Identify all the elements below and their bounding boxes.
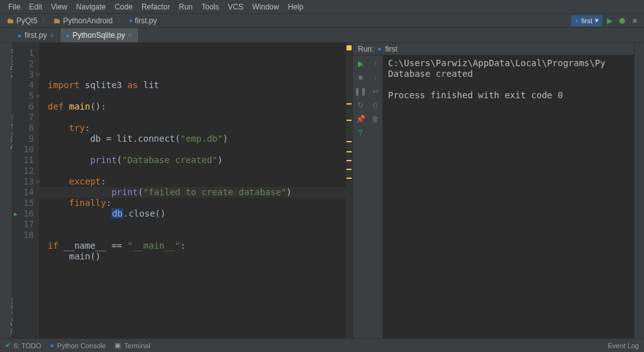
breadcrumb-file[interactable]: ● first.py — [126, 16, 160, 25]
python-file-icon: ● — [65, 32, 69, 39]
python-file-icon: ● — [377, 45, 381, 52]
scroll-down-button[interactable]: ↓ — [370, 72, 381, 83]
pin-button[interactable]: 📌 — [355, 113, 366, 125]
todo-label: 6: TODO — [14, 342, 42, 349]
menu-tools[interactable]: Tools — [197, 3, 223, 11]
menu-refactor[interactable]: Refactor — [137, 3, 174, 11]
menu-view[interactable]: View — [47, 3, 72, 11]
code-editor[interactable]: 123456789101112131415161718▶⊟⊟⊟ import s… — [13, 43, 352, 338]
run-toolbar-primary: ▶ ■ ❚❚ ↻ 📌 ? — [353, 55, 368, 338]
scroll-up-button[interactable]: ↑ — [370, 58, 381, 69]
run-console-output[interactable]: C:\Users\Parwiz\AppData\Local\Programs\P… — [383, 55, 634, 338]
stop-button[interactable]: ■ — [629, 15, 640, 26]
menu-help[interactable]: Help — [284, 3, 308, 11]
menu-vcs[interactable]: VCS — [223, 3, 248, 11]
editor-tab[interactable]: ●first.py× — [13, 28, 60, 42]
editor-tab-label: first.py — [25, 31, 47, 40]
editor-tab-label: PythonSqlite.py — [72, 31, 125, 40]
menu-bar: FileEditViewNavigateCodeRefactorRunTools… — [0, 0, 644, 14]
editor-tab[interactable]: ●PythonSqlite.py× — [60, 28, 138, 42]
breadcrumb-mid[interactable]: 🖿 PythonAndroid — [50, 16, 116, 25]
breadcrumb-root[interactable]: 🖿 PyQt5 — [4, 16, 40, 25]
rerun-button[interactable]: ▶ — [355, 58, 366, 69]
run-config-label: first — [581, 17, 592, 25]
status-bar: ✔ 6: TODO ● Python Console ▣ Terminal Ev… — [0, 338, 644, 352]
pause-button[interactable]: ❚❚ — [355, 86, 366, 97]
editor-tab-bar: ●first.py×●PythonSqlite.py× — [0, 28, 644, 43]
editor-gutter[interactable]: 123456789101112131415161718▶⊟⊟⊟ — [13, 43, 39, 338]
menu-navigate[interactable]: Navigate — [72, 3, 110, 11]
restart-button[interactable]: ↻ — [355, 99, 366, 111]
soft-wrap-button[interactable]: ↩ — [370, 86, 381, 97]
run-tool-window: Run: ● first ▶ ■ ❚❚ ↻ 📌 ? ↑ ↓ ↩ ⎙ 🗑 C:\U… — [352, 43, 634, 338]
python-file-icon: ● — [50, 342, 54, 349]
python-file-icon: ● — [18, 32, 21, 39]
nav-bar: 🖿 PyQt5 〉 🖿 PythonAndroid 〉 ● first.py ●… — [0, 14, 644, 28]
breadcrumb-file-label: first.py — [135, 16, 157, 25]
python-file-icon: ● — [129, 17, 133, 24]
run-toolbar-secondary: ↑ ↓ ↩ ⎙ 🗑 — [368, 55, 383, 338]
terminal-icon: ▣ — [114, 341, 121, 349]
menu-run[interactable]: Run — [174, 3, 197, 11]
left-tool-stripe: 1: Project 7: Structure 2: Favorites — [0, 43, 13, 338]
help-button[interactable]: ? — [355, 127, 366, 139]
right-tool-stripe — [634, 43, 644, 338]
print-button[interactable]: ⎙ — [370, 99, 381, 111]
breadcrumb-sep-icon: 〉 — [40, 15, 50, 26]
breadcrumb-mid-label: PythonAndroid — [63, 16, 113, 25]
debug-button[interactable]: ⬢ — [616, 15, 628, 26]
menu-file[interactable]: File — [4, 3, 25, 11]
clear-button[interactable]: 🗑 — [370, 113, 381, 125]
breadcrumb-sep-icon: 〉 — [116, 15, 126, 26]
chevron-down-icon: ▾ — [595, 16, 599, 25]
event-log-button[interactable]: Event Log — [608, 342, 639, 349]
python-file-icon: ● — [575, 17, 579, 24]
folder-icon: 🖿 — [53, 16, 61, 25]
terminal-label: Terminal — [124, 342, 150, 349]
run-button[interactable]: ▶ — [604, 15, 615, 26]
todo-icon: ✔ — [5, 341, 11, 349]
terminal-button[interactable]: ▣ Terminal — [114, 341, 150, 349]
folder-icon: 🖿 — [7, 16, 14, 25]
main-area: 1: Project 7: Structure 2: Favorites 123… — [0, 43, 644, 338]
event-log-label: Event Log — [608, 342, 639, 349]
close-tab-icon[interactable]: × — [50, 32, 53, 39]
run-tool-header[interactable]: Run: ● first — [353, 43, 634, 55]
menu-code[interactable]: Code — [110, 3, 137, 11]
python-console-button[interactable]: ● Python Console — [50, 342, 106, 349]
editor-code-area[interactable]: import sqlite3 as lit def main(): try: d… — [39, 43, 346, 338]
todo-tool-button[interactable]: ✔ 6: TODO — [5, 341, 42, 349]
menu-window[interactable]: Window — [248, 3, 284, 11]
run-config-selector[interactable]: ● first ▾ — [571, 15, 602, 26]
run-header-title: Run: — [358, 45, 374, 54]
stop-button[interactable]: ■ — [355, 72, 366, 83]
run-header-config: first — [385, 45, 397, 54]
close-tab-icon[interactable]: × — [128, 32, 132, 39]
menu-edit[interactable]: Edit — [25, 3, 47, 11]
breadcrumb-root-label: PyQt5 — [16, 16, 37, 25]
python-console-label: Python Console — [57, 342, 106, 349]
run-gutter-icon[interactable]: ▶ — [14, 208, 18, 219]
marker-stripe[interactable] — [346, 43, 352, 338]
